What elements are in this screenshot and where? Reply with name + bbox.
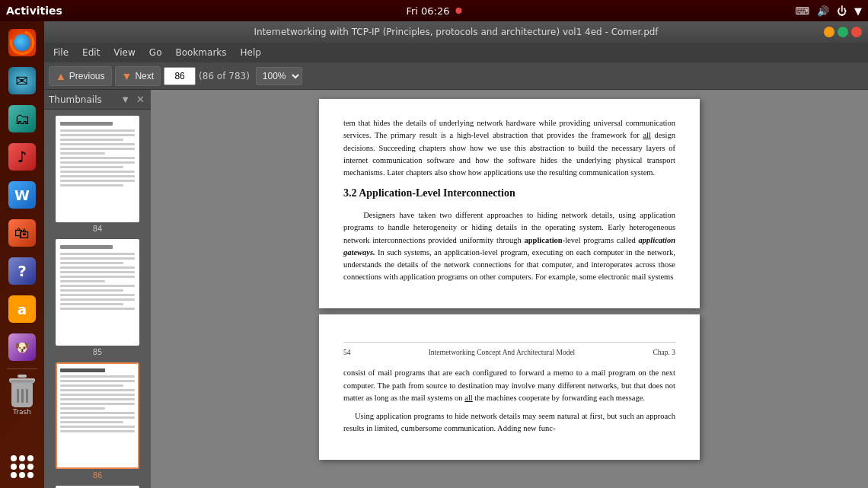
pdf-paragraph-1: tem that hides the details of underlying… [343, 117, 675, 179]
window-title: Internetworking with TCP-IP (Principles,… [88, 27, 824, 37]
pdf-footer-title: Internetworking Concept And Architectura… [429, 347, 576, 359]
thumbnails-close-button[interactable]: ✕ [135, 94, 146, 105]
apps-grid-icon [11, 455, 34, 478]
close-button[interactable]: × [851, 27, 862, 37]
dock-icon-amazon[interactable]: a [4, 291, 40, 327]
wifi-icon: ⌨ [795, 5, 809, 17]
next-arrow-icon: ▼ [122, 70, 132, 82]
system-menu-icon[interactable]: ▼ [854, 5, 862, 17]
clock-time: Fri 06:26 [406, 5, 449, 17]
pdf-paragraph-4: Using application programs to hide netwo… [343, 410, 675, 435]
dock-icon-files[interactable]: 🗂 [4, 100, 40, 137]
pdf-paragraph-3: consist of mail programs that are each c… [343, 367, 675, 404]
thumbnail-86[interactable]: 86 [47, 362, 148, 480]
content-area: Thumbnails ▼ ✕ [44, 90, 868, 488]
thumbnail-85-num: 85 [93, 348, 103, 356]
next-button[interactable]: ▼ Next [115, 66, 161, 86]
menu-help[interactable]: Help [235, 46, 267, 59]
next-label: Next [135, 71, 154, 81]
menu-file[interactable]: File [47, 46, 75, 59]
dock-icon-trash[interactable]: Trash [4, 375, 40, 412]
thumbnail-86-num: 86 [93, 471, 103, 480]
trash-handle [18, 375, 27, 378]
thumbnail-image-86 [56, 362, 139, 469]
menu-view[interactable]: View [107, 46, 141, 59]
sound-icon: 🔊 [817, 5, 829, 17]
pdf-page-content-lower: 54 Internetworking Concept And Architect… [319, 314, 700, 460]
notification-dot [456, 8, 462, 14]
show-applications-button[interactable] [4, 448, 40, 485]
thumbnail-85[interactable]: 85 [47, 239, 148, 356]
pdf-footer-page-num: 54 [343, 347, 351, 359]
toolbar: ▲ Previous ▼ Next (86 of 783) 100% 75% 1… [44, 62, 868, 90]
thumbnails-collapse-button[interactable]: ▼ [119, 94, 132, 105]
thumbnails-header: Thumbnails ▼ ✕ [44, 90, 151, 110]
dock-icon-software[interactable]: 🛍 [4, 215, 40, 251]
dock-icon-firefox[interactable] [4, 24, 40, 61]
pdf-footer-chapter: Chap. 3 [653, 347, 675, 359]
previous-arrow-icon: ▲ [56, 70, 66, 82]
dock-icon-help[interactable]: ? [4, 253, 40, 289]
dock-icon-gimp[interactable]: 🐶 [4, 329, 40, 365]
pdf-underline-all: all [643, 131, 651, 139]
system-clock: Fri 06:26 [406, 5, 461, 17]
activities-button[interactable]: Activities [6, 5, 62, 17]
pdf-main-view[interactable]: tem that hides the details of underlying… [151, 90, 868, 488]
previous-button[interactable]: ▲ Previous [49, 66, 112, 86]
system-tray: ⌨ 🔊 ⏻ ▼ [795, 5, 862, 17]
system-bar: Activities Fri 06:26 ⌨ 🔊 ⏻ ▼ [0, 0, 868, 21]
dock-separator [7, 368, 37, 369]
pdf-paragraph-2: Designers have taken two different appro… [343, 209, 675, 284]
menu-go[interactable]: Go [143, 46, 168, 59]
trash-body [11, 383, 33, 407]
menu-edit[interactable]: Edit [76, 46, 106, 59]
dock-icon-rhythmbox[interactable]: ♪ [4, 139, 40, 175]
thumbnails-controls: ▼ ✕ [119, 94, 146, 105]
application-dock: ✉ 🗂 ♪ W 🛍 ? [0, 21, 44, 488]
page-number-input[interactable] [164, 67, 196, 85]
pdf-section-heading: 3.2 Application-Level Interconnection [343, 185, 675, 202]
pdf-viewer-window: Internetworking with TCP-IP (Principles,… [44, 21, 868, 488]
thumbnails-panel: Thumbnails ▼ ✕ [44, 90, 151, 488]
thumbnails-label: Thumbnails [49, 94, 102, 105]
menu-bookmarks[interactable]: Bookmarks [169, 46, 232, 59]
thumbnails-list: 84 [44, 110, 151, 488]
zoom-select[interactable]: 100% 75% 125% 150% [256, 67, 302, 85]
minimize-button[interactable]: − [824, 27, 834, 37]
page-navigation: (86 of 783) [164, 67, 250, 85]
thumbnail-84[interactable]: 84 [47, 116, 148, 233]
dock-icon-writer[interactable]: W [4, 177, 40, 213]
page-count-info: (86 of 783) [199, 71, 250, 81]
previous-label: Previous [69, 71, 105, 81]
window-titlebar: Internetworking with TCP-IP (Principles,… [44, 21, 868, 43]
thumbnail-84-num: 84 [93, 225, 103, 233]
trash-label: Trash [13, 408, 31, 416]
menu-bar: File Edit View Go Bookmarks Help [44, 43, 868, 62]
thumbnail-image-85 [56, 239, 139, 346]
desktop: ✉ 🗂 ♪ W 🛍 ? [0, 21, 868, 488]
maximize-button[interactable]: □ [838, 27, 848, 37]
zoom-control: 100% 75% 125% 150% [256, 67, 302, 85]
dock-icon-thunderbird[interactable]: ✉ [4, 62, 40, 99]
thumbnail-image-84 [56, 116, 139, 222]
window-controls: − □ × [824, 27, 862, 37]
power-icon: ⏻ [837, 5, 847, 17]
pdf-page-footer: 54 Internetworking Concept And Architect… [343, 342, 675, 359]
pdf-page-content-upper: tem that hides the details of underlying… [319, 99, 700, 308]
